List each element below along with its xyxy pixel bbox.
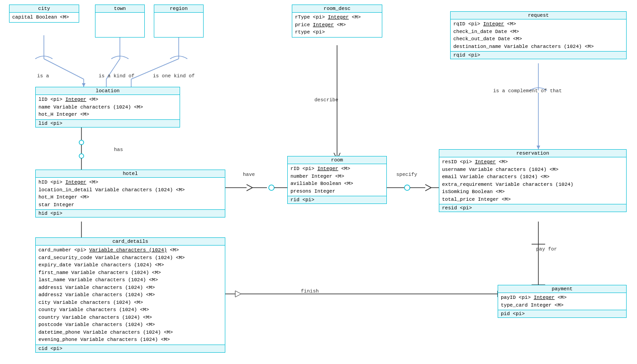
svg-line-17 bbox=[247, 188, 252, 191]
room-desc-attr-price: price Integer <M> bbox=[295, 21, 379, 29]
entity-region: region bbox=[154, 5, 204, 38]
town-attr-1 bbox=[98, 14, 142, 21]
payment-pi-label: pid <pi> bbox=[501, 311, 623, 317]
request-attr-checkin: check_in_date Date <M> bbox=[453, 28, 623, 36]
entity-request-pi: rqid <pi> bbox=[451, 51, 626, 59]
region-attr-1 bbox=[157, 14, 200, 21]
label-specify: specify bbox=[396, 172, 417, 177]
label-is-a: is a bbox=[37, 73, 49, 79]
room-desc-attr-rtype2: rtype <pi> bbox=[295, 28, 379, 36]
request-attr-rqid: rqID <pi> Integer <M> bbox=[453, 20, 623, 28]
svg-line-28 bbox=[425, 188, 431, 191]
request-pi-label: rqid <pi> bbox=[453, 52, 623, 58]
reservation-attr-issomking: isSomking Boolean <M> bbox=[442, 188, 623, 196]
label-finish: finish bbox=[301, 288, 319, 294]
card-attr-datetime: datetime_phone Variable characters (1024… bbox=[38, 329, 222, 336]
label-is-a-kind-of: is a kind of bbox=[99, 73, 134, 79]
card-pi-label: cid <pi> bbox=[38, 346, 222, 351]
entity-room-desc: room_desc rType <pi> Integer <M> price I… bbox=[292, 5, 382, 38]
label-pay-for: pay for bbox=[536, 246, 557, 252]
room-attr-number: number Integer <M> bbox=[290, 173, 384, 180]
entity-hotel-title: hotel bbox=[36, 170, 225, 178]
label-is-one-kind-of: is one kind of bbox=[153, 73, 195, 79]
entity-card-details-attrs: card_number <pi> Variable characters (10… bbox=[36, 246, 225, 345]
entity-room-desc-attrs: rType <pi> Integer <M> price Integer <M>… bbox=[292, 13, 382, 37]
svg-line-16 bbox=[247, 184, 252, 188]
entity-town-attrs bbox=[95, 13, 144, 37]
svg-marker-38 bbox=[235, 291, 241, 297]
location-pi-label: lid <pi> bbox=[38, 121, 177, 126]
entity-reservation-pi: resid <pi> bbox=[439, 204, 626, 212]
card-attr-country: country Variable characters (1024) <M> bbox=[38, 314, 222, 321]
svg-line-27 bbox=[425, 184, 431, 188]
card-attr-city: city Variable characters (1024) <M> bbox=[38, 299, 222, 307]
entity-room: room rID <pi> Integer <M> number Integer… bbox=[287, 156, 387, 204]
entity-room-pi: rid <pi> bbox=[288, 196, 386, 203]
entity-room-title: room bbox=[288, 156, 386, 164]
entity-card-details-pi: cid <pi> bbox=[36, 345, 225, 352]
entity-payment-title: payment bbox=[498, 285, 626, 293]
entity-room-attrs: rID <pi> Integer <M> number Integer <M> … bbox=[288, 164, 386, 196]
payment-attr-payid: payID <pi> Integer <M> bbox=[501, 294, 623, 302]
hotel-pi-label: hid <pi> bbox=[38, 211, 222, 216]
entity-reservation-attrs: resID <pi> Integer <M> username Variable… bbox=[439, 157, 626, 204]
entity-payment: payment payID <pi> Integer <M> type_card… bbox=[498, 285, 627, 318]
town-attr-3 bbox=[98, 28, 142, 36]
reservation-pi-label: resid <pi> bbox=[442, 205, 623, 211]
svg-point-19 bbox=[269, 185, 274, 190]
entity-card-details: card_details card_number <pi> Variable c… bbox=[35, 237, 225, 353]
town-attr-2 bbox=[98, 21, 142, 29]
entity-payment-attrs: payID <pi> Integer <M> type_card Integer… bbox=[498, 293, 626, 310]
svg-point-11 bbox=[79, 140, 84, 145]
svg-marker-32 bbox=[537, 146, 540, 149]
entity-request: request rqID <pi> Integer <M> check_in_d… bbox=[450, 11, 627, 59]
card-attr-postcode: postcode Variable characters (1024) <M> bbox=[38, 321, 222, 329]
label-has: has bbox=[114, 147, 123, 152]
room-attr-rid: rID <pi> Integer <M> bbox=[290, 165, 384, 173]
entity-reservation: reservation resID <pi> Integer <M> usern… bbox=[439, 149, 627, 212]
entity-hotel-pi: hid <pi> bbox=[36, 209, 225, 217]
entity-request-title: request bbox=[451, 12, 626, 19]
entity-hotel-attrs: hID <pi> Integer <M> location_in_detail … bbox=[36, 178, 225, 209]
reservation-attr-extra: extra_requirement Variable characters (1… bbox=[442, 181, 623, 189]
region-attr-3 bbox=[157, 28, 200, 36]
erd-diagram: city capital Boolean <M> town region roo… bbox=[0, 0, 637, 364]
request-attr-checkout: check_out_date Date <M> bbox=[453, 35, 623, 43]
card-attr-lastname: last_name Variable characters (1024) <M> bbox=[38, 276, 222, 284]
entity-room-desc-title: room_desc bbox=[292, 5, 382, 13]
entity-region-attrs bbox=[154, 13, 203, 37]
payment-attr-typecard: type_card Integer <M> bbox=[501, 302, 623, 309]
reservation-attr-email: email Variable characters (1024) <M> bbox=[442, 173, 623, 181]
entity-hotel: hotel hID <pi> Integer <M> location_in_d… bbox=[35, 170, 225, 217]
location-attr-hoth: hot_H Integer <M> bbox=[38, 111, 177, 118]
reservation-attr-username: username Variable characters (1024) <M> bbox=[442, 166, 623, 174]
entity-city-title: city bbox=[10, 5, 79, 13]
card-attr-evening: evening_phone Variable characters (1024)… bbox=[38, 336, 222, 344]
room-desc-attr-rtype: rType <pi> Integer <M> bbox=[295, 14, 379, 21]
location-attr-lid: lID <pi> Integer <M> bbox=[38, 96, 177, 104]
entity-city: city capital Boolean <M> bbox=[9, 5, 79, 23]
entity-card-details-title: card_details bbox=[36, 238, 225, 246]
room-pi-label: rid <pi> bbox=[290, 197, 384, 203]
location-attr-name: name Variable characters (1024) <M> bbox=[38, 104, 177, 111]
entity-location-attrs: lID <pi> Integer <M> name Variable chara… bbox=[36, 95, 180, 119]
card-attr-firstname: first_name Variable characters (1024) <M… bbox=[38, 269, 222, 277]
hotel-attr-star: star Integer bbox=[38, 201, 222, 209]
card-attr-expiry: expiry_date Variable characters (1024) <… bbox=[38, 261, 222, 269]
entity-reservation-title: reservation bbox=[439, 150, 626, 157]
svg-line-1 bbox=[44, 59, 84, 79]
svg-point-13 bbox=[79, 154, 84, 158]
card-attr-address1: address1 Variable characters (1024) <M> bbox=[38, 284, 222, 292]
card-attr-security: card_security_code Variable characters (… bbox=[38, 254, 222, 262]
hotel-attr-location: location_in_detail Variable characters (… bbox=[38, 186, 222, 194]
reservation-attr-totalprice: total_price Integer <M> bbox=[442, 196, 623, 203]
room-attr-aviliable: aviliable Boolean <M> bbox=[290, 180, 384, 188]
region-attr-2 bbox=[157, 21, 200, 29]
card-attr-number: card_number <pi> Variable characters (10… bbox=[38, 246, 222, 254]
entity-town: town bbox=[95, 5, 145, 38]
entity-location-pi: lid <pi> bbox=[36, 119, 180, 127]
label-describe: describe bbox=[314, 97, 338, 103]
card-attr-address2: address2 Variable characters (1024) <M> bbox=[38, 291, 222, 299]
hotel-attr-hid: hID <pi> Integer <M> bbox=[38, 179, 222, 186]
entity-location: location lID <pi> Integer <M> name Varia… bbox=[35, 87, 180, 128]
